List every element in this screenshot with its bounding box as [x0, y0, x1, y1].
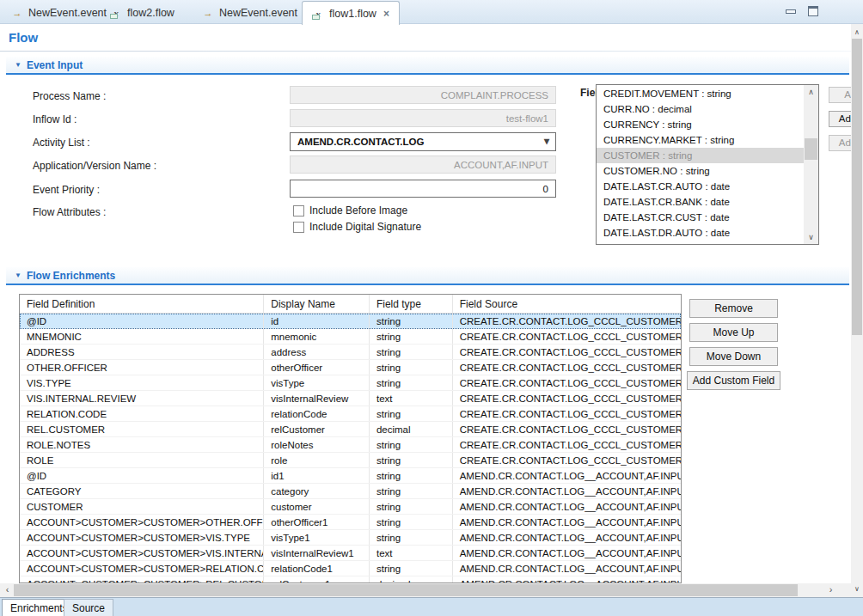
editor-tab-flow2.flow[interactable]: xflow2.flow	[101, 2, 184, 23]
enrichment-row[interactable]: RELATION.CODErelationCodestringCREATE.CR…	[20, 406, 681, 422]
include-before-image-label: Include Before Image	[309, 204, 407, 217]
scroll-up-icon[interactable]: ∧	[851, 26, 863, 39]
field-list-item[interactable]: CURRENCY : string	[597, 117, 804, 132]
enrichment-row[interactable]: @IDidstringCREATE.CR.CONTACT.LOG_CCCL_CU…	[20, 314, 681, 329]
enrichment-cell: roleNotes	[264, 437, 370, 452]
field-list-item[interactable]: CREDIT.MOVEMENT : string	[597, 86, 804, 101]
minimize-icon[interactable]	[786, 9, 796, 14]
flow-attributes-label: Flow Attributes :	[33, 206, 106, 218]
enrichment-row[interactable]: ROLE.NOTESroleNotesstringCREATE.CR.CONTA…	[20, 437, 681, 453]
enrichment-cell: CREATE.CR.CONTACT.LOG_CCCL_CUSTOMER	[453, 422, 681, 436]
enrichment-cell: AMEND.CR.CONTACT.LOG__ACCOUNT,AF.INPUT	[453, 561, 681, 576]
enrichment-cell: visType	[264, 375, 370, 390]
enrichment-cell: CREATE.CR.CONTACT.LOG_CCCL_CUSTOMER	[453, 314, 681, 328]
field-list-items: CREDIT.MOVEMENT : stringCURR.NO : decima…	[597, 86, 804, 244]
editor-tab-NewEvent.event[interactable]: →NewEvent.event	[2, 2, 116, 23]
column-header-field-type[interactable]: Field type	[370, 295, 453, 313]
field-list-item[interactable]: DATE.LAST.DR.BANK : date	[597, 241, 804, 244]
enrichment-cell: ACCOUNT>CUSTOMER>CUSTOMER>REL.CUSTOMER	[20, 576, 264, 583]
enrichment-cell: visInternalReview	[264, 391, 370, 406]
enrichment-cell: decimal	[370, 422, 453, 436]
field-list-item[interactable]: DATE.LAST.CR.BANK : date	[597, 194, 804, 210]
remove-button[interactable]: Remove	[689, 299, 778, 318]
enrichment-cell: CREATE.CR.CONTACT.LOG_CCCL_CUSTOMER	[453, 345, 681, 359]
activity-list-label: Activity List :	[33, 137, 90, 149]
field-list-scrollbar[interactable]: ∧ ∨	[804, 85, 818, 244]
scroll-left-icon[interactable]: ‹	[1, 583, 14, 597]
tab-source[interactable]: Source	[64, 599, 113, 616]
enrichment-cell: CREATE.CR.CONTACT.LOG_CCCL_CUSTOMER	[453, 453, 681, 467]
enrichment-cell: @ID	[20, 314, 264, 328]
scrollbar-thumb[interactable]	[852, 39, 862, 335]
enrichment-row[interactable]: ACCOUNT>CUSTOMER>CUSTOMER>VIS.TYPEvisTyp…	[20, 530, 681, 546]
enrichment-cell: relationCode1	[264, 561, 370, 576]
move-up-button[interactable]: Move Up	[689, 323, 778, 342]
activity-list-combo[interactable]: AMEND.CR.CONTACT.LOG ▾	[290, 132, 556, 151]
field-list-item[interactable]: CURRENCY.MARKET : string	[597, 132, 804, 148]
field-list-item[interactable]: CUSTOMER.NO : string	[597, 163, 804, 179]
enrichment-cell: string	[370, 484, 453, 498]
include-before-image-checkbox[interactable]	[293, 205, 304, 217]
event-priority-field[interactable]: 0	[290, 180, 556, 198]
field-list-item[interactable]: DATE.LAST.DR.AUTO : date	[597, 225, 804, 241]
include-digital-signature-checkbox[interactable]	[293, 222, 304, 233]
column-header-field-source[interactable]: Field Source	[453, 295, 681, 313]
editor-tab-label: NewEvent.event	[219, 7, 297, 19]
enrichment-cell: string	[370, 314, 453, 328]
enrichment-cell: string	[370, 375, 453, 390]
flow-enrichments-section-header[interactable]: ▼ Flow Enrichments	[6, 267, 849, 285]
enrichment-row[interactable]: ACCOUNT>CUSTOMER>CUSTOMER>REL.CUSTOMERre…	[20, 576, 681, 583]
maximize-icon[interactable]	[808, 6, 818, 16]
enrichment-cell: AMEND.CR.CONTACT.LOG__ACCOUNT,AF.INPUT	[453, 468, 681, 483]
field-list-item[interactable]: CURR.NO : decimal	[597, 101, 804, 117]
enrichment-row[interactable]: ACCOUNT>CUSTOMER>CUSTOMER>VIS.INTERNAL..…	[20, 546, 681, 561]
scrollbar-thumb[interactable]	[14, 584, 798, 596]
enrichment-row[interactable]: @IDid1stringAMEND.CR.CONTACT.LOG__ACCOUN…	[20, 468, 681, 484]
scroll-up-icon[interactable]: ∧	[804, 85, 818, 99]
enrichment-row[interactable]: MNEMONICmnemonicstringCREATE.CR.CONTACT.…	[20, 329, 681, 345]
enrichment-row[interactable]: ADDRESSaddressstringCREATE.CR.CONTACT.LO…	[20, 345, 681, 360]
column-header-display-name[interactable]: Display Name	[264, 295, 370, 313]
event-input-section-header[interactable]: ▼ Event Input	[6, 57, 849, 75]
enrichment-cell: id	[264, 314, 370, 328]
column-header-field-definition[interactable]: Field Definition	[20, 295, 264, 313]
include-before-image-row: Include Before Image	[293, 204, 407, 217]
horizontal-scrollbar[interactable]: ‹ ›	[0, 583, 851, 597]
scroll-right-icon[interactable]: ›	[824, 583, 837, 597]
enrichment-cell: mnemonic	[264, 329, 370, 344]
move-down-button[interactable]: Move Down	[689, 347, 778, 366]
field-list-item[interactable]: DATE.LAST.CR.CUST : date	[597, 210, 804, 225]
enrichment-row[interactable]: OTHER.OFFICERotherOfficerstringCREATE.CR…	[20, 360, 681, 375]
enrichment-cell: string	[370, 360, 453, 375]
enrichment-cell: ACCOUNT>CUSTOMER>CUSTOMER>OTHER.OFFICER	[20, 515, 264, 529]
enrichment-cell: string	[370, 329, 453, 344]
vertical-scrollbar[interactable]: ∧ ∨	[851, 24, 863, 597]
enrichment-row[interactable]: ACCOUNT>CUSTOMER>CUSTOMER>RELATION.CO...…	[20, 561, 681, 576]
add-custom-field-button[interactable]: Add Custom Field	[687, 371, 780, 390]
enrichment-cell: relCustomer	[264, 422, 370, 436]
enrichment-cell: string	[370, 530, 453, 545]
enrichment-row[interactable]: ROLErolestringCREATE.CR.CONTACT.LOG_CCCL…	[20, 453, 681, 468]
enrichment-cell: string	[370, 437, 453, 452]
enrichment-row[interactable]: VIS.TYPEvisTypestringCREATE.CR.CONTACT.L…	[20, 375, 681, 391]
enrichment-row[interactable]: CATEGORYcategorystringAMEND.CR.CONTACT.L…	[20, 484, 681, 499]
close-icon[interactable]: ×	[383, 8, 389, 20]
enrichment-row[interactable]: ACCOUNT>CUSTOMER>CUSTOMER>OTHER.OFFICERo…	[20, 515, 681, 530]
enrichment-cell: REL.CUSTOMER	[20, 422, 264, 436]
flow-icon: x	[110, 8, 122, 18]
enrichment-cell: CREATE.CR.CONTACT.LOG_CCCL_CUSTOMER	[453, 360, 681, 375]
enrichment-cell: AMEND.CR.CONTACT.LOG__ACCOUNT,AF.INPUT	[453, 499, 681, 514]
scrollbar-thumb[interactable]	[805, 138, 817, 160]
scroll-down-icon[interactable]: ∨	[851, 582, 863, 595]
enrichment-row[interactable]: VIS.INTERNAL.REVIEWvisInternalReviewtext…	[20, 391, 681, 406]
field-list-item[interactable]: CUSTOMER : string	[597, 148, 804, 163]
enrichment-cell: relCustomer1	[264, 576, 370, 583]
enrichment-row[interactable]: CUSTOMERcustomerstringAMEND.CR.CONTACT.L…	[20, 499, 681, 515]
editor-tab-flow1.flow[interactable]: xflow1.flow×	[302, 1, 400, 25]
scroll-down-icon[interactable]: ∨	[804, 230, 818, 244]
editor-tab-NewEvent.event[interactable]: →NewEvent.event	[193, 2, 307, 23]
page-title: Flow	[9, 30, 38, 45]
enrichment-row[interactable]: REL.CUSTOMERrelCustomerdecimalCREATE.CR.…	[20, 422, 681, 437]
enrichment-cell: string	[370, 561, 453, 576]
field-list-item[interactable]: DATE.LAST.CR.AUTO : date	[597, 179, 804, 194]
